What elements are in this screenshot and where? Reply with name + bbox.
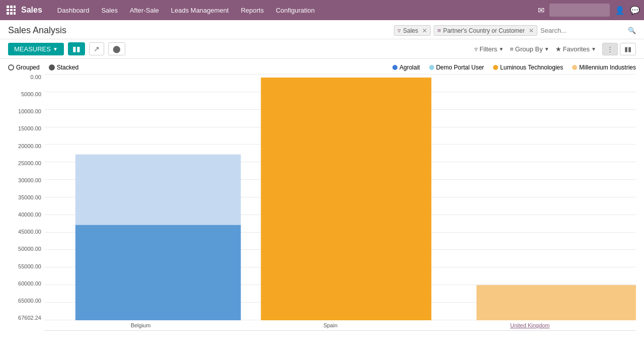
chat-icon[interactable]: 💬 (630, 6, 640, 15)
chart-legend: Grouped Stacked Agrolait Demo Portal Use… (8, 64, 636, 71)
filter-tag-partner-label: Partner's Country or Customer (443, 27, 525, 34)
group-by-icon: ≡ (510, 45, 514, 53)
nav-dashboard[interactable]: Dashboard (52, 5, 95, 16)
y-label-8: 30000.00 (18, 177, 41, 183)
y-label-13: 5000.00 (21, 91, 41, 97)
filters-label: Filters (479, 45, 497, 53)
bar-chart-icon: ▮▮ (72, 45, 80, 53)
brand-name: Sales (21, 6, 42, 15)
bar-chart-button[interactable]: ▮▮ (68, 42, 85, 55)
filter-funnel-icon: ▿ (397, 27, 401, 34)
y-label-4: 50000.00 (18, 246, 41, 252)
legend-agrolait: Agrolait (392, 64, 420, 71)
search-input[interactable] (540, 27, 625, 34)
chart-inner: 67602.24 65000.00 60000.00 55000.00 5000… (8, 74, 636, 331)
y-label-10: 20000.00 (18, 143, 41, 149)
group-by-caret-icon: ▼ (544, 46, 549, 52)
grouped-label: Grouped (16, 64, 40, 71)
x-label-spain: Spain (324, 322, 338, 328)
filter-tag-sales-close[interactable]: ✕ (422, 27, 427, 34)
svg-rect-3 (7, 9, 9, 11)
filter-tag-partner-close[interactable]: ✕ (529, 27, 534, 34)
search-button[interactable]: 🔍 (628, 27, 636, 34)
y-label-12: 10000.00 (18, 108, 41, 114)
y-label-5: 45000.00 (18, 229, 41, 235)
nav-leads-management[interactable]: Leads Management (166, 5, 234, 16)
user-icon[interactable]: 👤 (615, 6, 625, 15)
nav-sales[interactable]: Sales (96, 5, 123, 16)
svg-rect-5 (14, 9, 16, 11)
mail-icon[interactable]: ✉ (538, 6, 544, 15)
group-by-button[interactable]: ≡ Group By ▼ (510, 45, 549, 53)
legend-demo-portal: Demo Portal User (429, 64, 484, 71)
filter-icon: ▿ (474, 45, 478, 53)
measures-button[interactable]: MEASURES ▼ (8, 43, 64, 55)
bar-spain[interactable] (261, 78, 432, 320)
x-label-uk[interactable]: United Kingdom (510, 322, 549, 328)
group-by-label: Group By (515, 45, 543, 53)
nav-reports[interactable]: Reports (236, 5, 269, 16)
bars-svg (44, 74, 636, 320)
pie-chart-icon: ⬤ (113, 45, 121, 53)
stacked-label: Stacked (57, 64, 78, 71)
filter-list-icon: ≡ (437, 27, 441, 34)
svg-rect-0 (7, 6, 9, 8)
legend-luminous: Luminous Technologies (493, 64, 563, 71)
grid-view-button[interactable]: ⋮ (602, 43, 618, 55)
measures-label: MEASURES (14, 45, 51, 53)
favorites-caret-icon: ▼ (591, 46, 596, 52)
favorites-label: Favorites (563, 45, 590, 53)
measures-caret-icon: ▼ (53, 46, 58, 52)
bar-uk[interactable] (476, 285, 636, 320)
y-label-14: 0.00 (31, 74, 41, 80)
bar-view-button[interactable]: ▮▮ (620, 43, 636, 55)
y-label-9: 25000.00 (18, 160, 41, 166)
toolbar-left: MEASURES ▼ ▮▮ ↗ ⬤ (8, 42, 125, 55)
pie-chart-button[interactable]: ⬤ (108, 42, 125, 55)
luminous-label: Luminous Technologies (500, 64, 563, 71)
legend-millennium: Millennium Industries (572, 64, 636, 71)
topnav-search[interactable] (549, 4, 610, 17)
filters-button[interactable]: ▿ Filters ▼ (474, 45, 504, 53)
y-axis: 67602.24 65000.00 60000.00 55000.00 5000… (8, 74, 44, 331)
view-switcher: ⋮ ▮▮ (602, 43, 636, 55)
star-icon: ★ (555, 45, 561, 53)
toolbar-right: ▿ Filters ▼ ≡ Group By ▼ ★ Favorites ▼ ⋮… (474, 43, 636, 55)
filters-caret-icon: ▼ (499, 46, 504, 52)
millennium-label: Millennium Industries (579, 64, 636, 71)
filter-tag-sales: ▿ Sales ✕ (394, 25, 431, 36)
filter-tag-sales-label: Sales (403, 27, 418, 34)
chart-area: Grouped Stacked Agrolait Demo Portal Use… (0, 59, 644, 331)
y-label-0: 67602.24 (18, 315, 41, 321)
filter-bar: ▿ Sales ✕ ≡ Partner's Country or Custome… (394, 25, 636, 36)
toolbar: MEASURES ▼ ▮▮ ↗ ⬤ ▿ Filters ▼ ≡ Group By… (0, 39, 644, 59)
legend-grouped[interactable]: Grouped (8, 64, 40, 71)
y-label-3: 55000.00 (18, 263, 41, 269)
nav-configuration[interactable]: Configuration (271, 5, 319, 16)
bar-belgium-light[interactable] (75, 155, 241, 225)
bar-belgium-dark[interactable] (75, 225, 241, 320)
nav-links: Dashboard Sales After-Sale Leads Managem… (52, 5, 538, 16)
svg-rect-1 (10, 6, 13, 8)
svg-rect-2 (14, 6, 16, 8)
luminous-dot-icon (493, 65, 498, 70)
page-title: Sales Analysis (8, 25, 66, 36)
y-label-7: 35000.00 (18, 194, 41, 200)
svg-rect-7 (10, 12, 13, 15)
y-label-11: 15000.00 (18, 125, 41, 131)
apps-menu-icon[interactable] (4, 3, 18, 17)
y-label-6: 40000.00 (18, 212, 41, 218)
svg-rect-8 (14, 12, 16, 15)
svg-rect-6 (7, 12, 9, 15)
filter-tag-partner: ≡ Partner's Country or Customer ✕ (434, 25, 537, 36)
demo-portal-dot-icon (429, 65, 434, 70)
svg-rect-4 (10, 9, 13, 11)
favorites-button[interactable]: ★ Favorites ▼ (555, 45, 596, 53)
line-chart-button[interactable]: ↗ (89, 42, 104, 55)
grouped-radio-icon (8, 64, 14, 71)
nav-after-sale[interactable]: After-Sale (125, 5, 164, 16)
stacked-radio-icon (49, 64, 55, 71)
agrolait-label: Agrolait (399, 64, 420, 71)
subheader: Sales Analysis ▿ Sales ✕ ≡ Partner's Cou… (0, 20, 644, 39)
legend-stacked[interactable]: Stacked (49, 64, 78, 71)
